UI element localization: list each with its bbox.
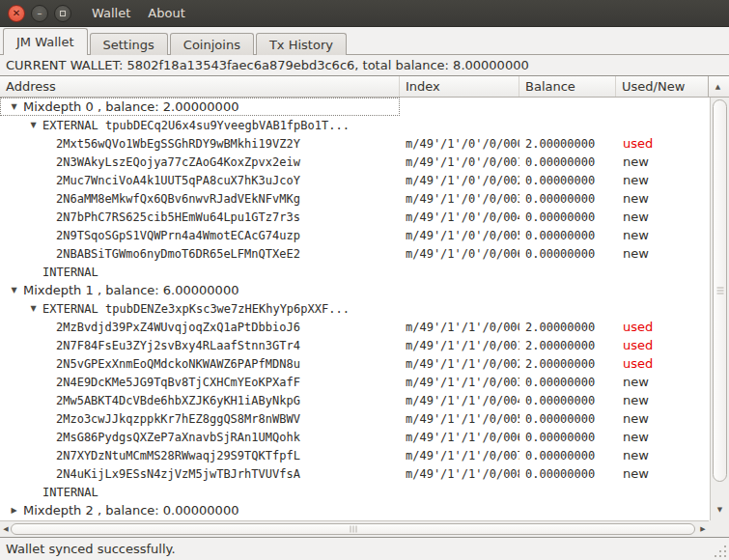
row-label: 2N7XYDzNtuMCmMS28RWwaqj29S9TQKTfpfL (56, 449, 300, 462)
index-cell (400, 281, 519, 299)
status-cell (616, 281, 710, 299)
column-header-address[interactable]: Address (0, 76, 400, 97)
index-cell (400, 263, 519, 281)
tab-jm-wallet[interactable]: JM Wallet (3, 28, 88, 55)
index-cell (400, 98, 519, 116)
balance-cell: 0.00000000 (519, 373, 616, 391)
index-cell: m/49'/1'/1'/0/004 (400, 391, 519, 409)
menubar: Wallet About (83, 2, 194, 24)
horizontal-scrollbar-thumb[interactable] (11, 523, 695, 535)
vertical-scrollbar[interactable]: ▼ (710, 98, 729, 520)
tree-row[interactable]: 2N4E9DcKMe5JG9TqBv8TjCXHCmYEoKPXafF m/49… (0, 373, 710, 391)
address-cell: 2Mxt56wQVo1WbEgSSGhRDY9wBMkhi19VZ2Y (0, 134, 400, 153)
index-cell: m/49'/1'/0'/0/003 (400, 189, 519, 208)
index-cell: m/49'/1'/0'/0/006 (400, 244, 519, 263)
tree-row[interactable]: 2N6aMM8eMkwfQx6QBv6nwvRJadVEkNFvMKg m/49… (0, 189, 710, 208)
status-cell (616, 483, 710, 501)
column-header-index[interactable]: Index (400, 76, 519, 97)
status-cell: new (616, 428, 710, 446)
scroll-up-icon[interactable]: ▲ (708, 76, 727, 97)
expander-icon[interactable]: ▼ (5, 102, 23, 111)
expander-icon[interactable]: ▶ (5, 506, 23, 515)
tree-body: ▼ Mixdepth 0 , balance: 2.00000000 ▼ EXT… (0, 98, 710, 520)
tree-row[interactable]: ▼ EXTERNAL tpubDENZe3xpKsc3we7zHEKhyYp6p… (0, 299, 710, 318)
balance-cell (519, 501, 616, 519)
menu-wallet[interactable]: Wallet (83, 2, 139, 24)
tree-row[interactable]: ▶ Mixdepth 2 , balance: 0.00000000 (0, 501, 710, 519)
row-label: 2Mw5ABKT4DcVBde6hbXZJK6yKH1iAByNkpG (56, 394, 300, 407)
tree-row[interactable]: 2N4uKijLx9ESsN4zjVzM5jwTBJrhTVUVfsA m/49… (0, 464, 710, 483)
tree-row[interactable]: 2NBABSiTGWmo6nyDmoT6DR65eLFMnQTXeE2 m/49… (0, 244, 710, 263)
tree-row[interactable]: INTERNAL (0, 263, 710, 281)
scroll-right-icon[interactable]: ▶ (697, 521, 709, 537)
column-header-used-new[interactable]: Used/New (616, 76, 708, 97)
tree-row[interactable]: 2Mzo3cwJJkqzppkKr7hEZ8ggQS8Mr8nWBWV m/49… (0, 409, 710, 428)
status-cell: new (616, 409, 710, 428)
status-cell: used (616, 134, 710, 153)
row-label: Mixdepth 0 , balance: 2.00000000 (23, 99, 238, 114)
address-cell: 2N3WAkyLszEQojya77cZAoG4KoxZpvx2eiw (0, 153, 400, 171)
tree-row[interactable]: 2MsG86PydgsQXZeP7aXnavbSjRAn1UMQohk m/49… (0, 428, 710, 446)
current-wallet-banner: CURRENT WALLET: 5802f18a13543faec6a879eb… (0, 55, 729, 75)
scroll-down-icon[interactable]: ▼ (711, 501, 729, 518)
column-header-balance[interactable]: Balance (519, 76, 616, 97)
index-cell: m/49'/1'/0'/0/005 (400, 226, 519, 244)
address-cell: ▼ Mixdepth 1 , balance: 6.00000000 (0, 281, 400, 299)
status-cell (616, 263, 710, 281)
address-cell: 2MsG86PydgsQXZeP7aXnavbSjRAn1UMQohk (0, 428, 400, 446)
tree-row[interactable]: 2N7F84FsEu3ZYj2svBxy4RLaafStnn3GTr4 m/49… (0, 336, 710, 354)
scrollbar-corner (709, 520, 729, 537)
resize-grip-icon[interactable] (714, 545, 727, 558)
status-cell: new (616, 153, 710, 171)
vertical-scrollbar-thumb[interactable] (713, 99, 727, 482)
index-cell: m/49'/1'/0'/0/002 (400, 171, 519, 189)
index-cell: m/49'/1'/1'/0/003 (400, 373, 519, 391)
address-cell: 2Muc7WnciVoA4k1UUT5qPA8cuX7hK3uJcoY (0, 171, 400, 189)
tree-row[interactable]: 2N3WAkyLszEQojya77cZAoG4KoxZpvx2eiw m/49… (0, 153, 710, 171)
tree-row[interactable]: ▼ Mixdepth 0 , balance: 2.00000000 (0, 98, 710, 116)
tree-row[interactable]: 2N9TSqoSGpS1VQWPrn4a4WmotECAcG74uzp m/49… (0, 226, 710, 244)
maximize-icon[interactable] (54, 5, 71, 22)
menu-about[interactable]: About (139, 2, 193, 24)
row-label: 2N4uKijLx9ESsN4zjVzM5jwTBJrhTVUVfsA (56, 467, 300, 481)
minimize-icon[interactable]: – (31, 5, 48, 22)
tree-row[interactable]: 2N5vGPExXnmEoQMdckoNKWAWZ6PAPfMDN8u m/49… (0, 354, 710, 373)
balance-cell: 2.00000000 (519, 134, 616, 153)
expander-icon[interactable]: ▼ (5, 286, 23, 294)
status-cell: new (616, 208, 710, 226)
row-label: 2N3WAkyLszEQojya77cZAoG4KoxZpvx2eiw (56, 155, 300, 169)
row-label: INTERNAL (42, 486, 98, 499)
tree-row[interactable]: 2N7bPhC7RS625cib5HEmWu64Lpu1GTz7r3s m/49… (0, 208, 710, 226)
close-icon[interactable]: ✕ (8, 5, 25, 22)
row-label: 2Mzo3cwJJkqzppkKr7hEZ8ggQS8Mr8nWBWV (56, 412, 300, 426)
expander-icon[interactable]: ▼ (24, 304, 42, 313)
balance-cell: 0.00000000 (519, 153, 616, 171)
tab-coinjoins[interactable]: Coinjoins (170, 33, 254, 55)
tree-row[interactable]: INTERNAL (0, 483, 710, 501)
address-cell: 2N4uKijLx9ESsN4zjVzM5jwTBJrhTVUVfsA (0, 464, 400, 483)
tree-row[interactable]: 2Muc7WnciVoA4k1UUT5qPA8cuX7hK3uJcoY m/49… (0, 171, 710, 189)
balance-cell: 0.00000000 (519, 409, 616, 428)
index-cell (400, 299, 519, 318)
tree-row[interactable]: 2Mxt56wQVo1WbEgSSGhRDY9wBMkhi19VZ2Y m/49… (0, 134, 710, 153)
row-label: Mixdepth 1 , balance: 6.00000000 (23, 283, 238, 297)
balance-cell (519, 98, 616, 116)
index-cell: m/49'/1'/1'/0/007 (400, 446, 519, 464)
tree-row[interactable]: 2Mw5ABKT4DcVBde6hbXZJK6yKH1iAByNkpG m/49… (0, 391, 710, 409)
status-cell (616, 501, 710, 519)
index-cell: m/49'/1'/1'/0/005 (400, 409, 519, 428)
tree-row[interactable]: 2N7XYDzNtuMCmMS28RWwaqj29S9TQKTfpfL m/49… (0, 446, 710, 464)
tree-row[interactable]: ▼ EXTERNAL tpubDECq2U6x4su9YveegbVAB1fpB… (0, 116, 710, 134)
balance-cell: 0.00000000 (519, 189, 616, 208)
tab-settings[interactable]: Settings (90, 33, 168, 55)
address-cell: 2Mw5ABKT4DcVBde6hbXZJK6yKH1iAByNkpG (0, 391, 400, 409)
tree-row[interactable]: ▼ Mixdepth 1 , balance: 6.00000000 (0, 281, 710, 299)
tab-tx-history[interactable]: Tx History (256, 33, 347, 55)
horizontal-scrollbar[interactable]: ◀ ▶ (0, 520, 709, 537)
index-cell: m/49'/1'/1'/0/001 (400, 336, 519, 354)
status-cell: new (616, 171, 710, 189)
expander-icon[interactable]: ▼ (24, 121, 42, 129)
balance-cell: 2.00000000 (519, 354, 616, 373)
tree-row[interactable]: 2MzBvdjd39PxZ4WUvqjoqZxQ1aPtDbbioJ6 m/49… (0, 318, 710, 336)
index-cell: m/49'/1'/1'/0/008 (400, 464, 519, 483)
